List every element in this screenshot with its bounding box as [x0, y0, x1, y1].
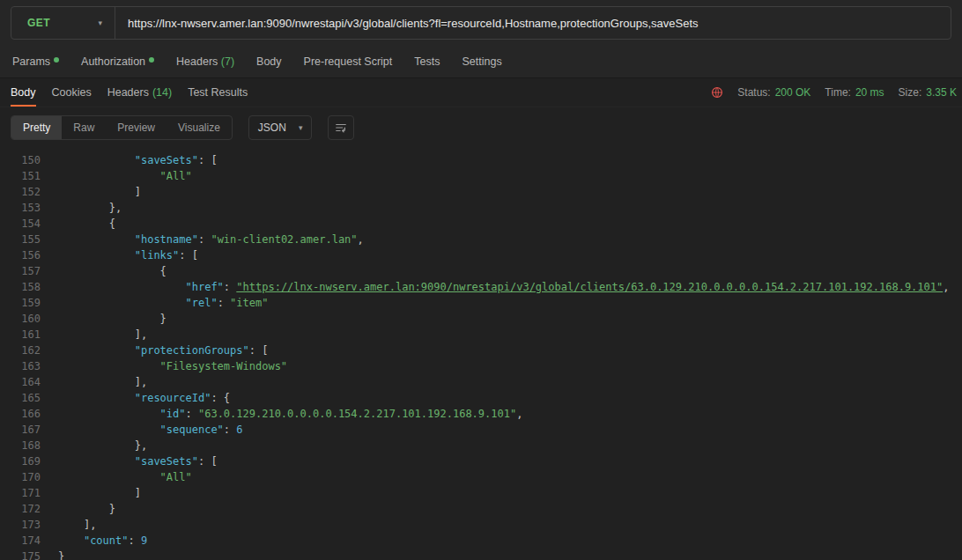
code-line: 169 "saveSets": [	[0, 453, 962, 469]
tab-label: Body	[11, 86, 36, 99]
line-text: "protectionGroups": [	[41, 343, 268, 358]
response-tab-headers[interactable]: Headers(14)	[107, 78, 172, 107]
response-tab-body[interactable]: Body	[11, 78, 36, 107]
json-token: 9	[141, 534, 147, 547]
line-number: 165	[0, 390, 41, 406]
line-text: ],	[41, 374, 147, 390]
line-number: 174	[0, 533, 41, 549]
line-number: 173	[0, 517, 41, 533]
response-size: Size:3.35 K	[899, 86, 957, 99]
code-line: 154 {	[0, 216, 962, 232]
json-token: 6	[236, 424, 242, 436]
tab-label: Body	[256, 55, 282, 68]
code-line: 151 "All"	[0, 168, 962, 184]
json-token: "hostname"	[135, 233, 198, 246]
code-line: 164 ],	[0, 374, 962, 390]
json-token: : {	[211, 392, 230, 404]
response-time: Time:20 ms	[825, 86, 884, 99]
line-number: 152	[0, 184, 41, 200]
request-tab-tests[interactable]: Tests	[414, 55, 440, 68]
json-token: "id"	[160, 408, 186, 420]
language-selector[interactable]: JSON ▾	[248, 115, 313, 140]
json-token: :	[186, 408, 198, 420]
view-mode-preview[interactable]: Preview	[106, 116, 166, 139]
json-token: "63.0.129.210.0.0.0.0.154.2.217.101.192.…	[198, 408, 516, 420]
code-line: 161 ],	[0, 327, 962, 343]
meta-label: Status:	[737, 86, 770, 99]
meta-value[interactable]: 20 ms	[855, 86, 884, 99]
json-token: ,	[943, 281, 949, 293]
response-meta: Status:200 OKTime:20 msSize:3.35 K	[711, 78, 957, 107]
tab-label: Settings	[462, 55, 501, 68]
json-token: "rel"	[186, 297, 218, 309]
json-token: "sequence"	[160, 424, 224, 436]
request-tab-settings[interactable]: Settings	[462, 55, 501, 68]
view-mode-visualize[interactable]: Visualize	[166, 116, 232, 139]
method-selector[interactable]: GET ▾	[11, 7, 115, 39]
json-link[interactable]: "https://lnx-nwserv.amer.lan:9090/nwrest…	[236, 281, 943, 293]
code-line: 155 "hostname": "win-client02.amer.lan",	[0, 232, 962, 247]
request-tab-params[interactable]: Params	[12, 55, 59, 68]
line-text: "links": [	[41, 247, 198, 263]
line-text: "All"	[41, 469, 192, 485]
unsaved-dot	[149, 57, 154, 63]
code-line: 171 ]	[0, 485, 962, 501]
json-token: {	[109, 217, 115, 230]
json-token: },	[109, 202, 122, 214]
response-toolbar: PrettyRawPreviewVisualize JSON ▾	[0, 107, 962, 147]
tab-label: Cookies	[52, 86, 92, 99]
response-tab-cookies[interactable]: Cookies	[52, 78, 92, 107]
json-token: ,	[358, 233, 364, 246]
line-text: ]	[41, 485, 141, 501]
json-token: "links"	[135, 249, 180, 262]
meta-label: Time:	[825, 86, 851, 99]
line-text: "rel": "item"	[41, 295, 268, 311]
json-token: ]	[135, 186, 141, 198]
url-input[interactable]: https://lnx-nwserv.amer.lan:9090/nwresta…	[115, 7, 711, 39]
meta-label: Size:	[899, 86, 922, 99]
json-token: : [	[249, 344, 269, 357]
line-text: }	[41, 501, 115, 517]
view-mode-pretty[interactable]: Pretty	[11, 116, 62, 139]
line-number: 151	[0, 168, 41, 184]
json-token: ,	[516, 408, 522, 420]
response-body-viewer[interactable]: 150 "saveSets": [151 "All"152 ]153 },154…	[0, 147, 962, 560]
tab-label: Tests	[414, 55, 440, 68]
code-line: 165 "resourceId": {	[0, 390, 962, 406]
tab-label: Pre-request Script	[304, 55, 393, 68]
line-text: ],	[41, 517, 96, 533]
json-token: ],	[135, 376, 147, 388]
tab-label: Authorization	[81, 55, 145, 68]
line-text: "saveSets": [	[41, 453, 218, 469]
wrap-lines-button[interactable]	[328, 115, 354, 140]
line-number: 157	[0, 263, 41, 279]
meta-value[interactable]: 3.35 K	[926, 86, 957, 99]
json-token: ],	[135, 328, 147, 341]
line-number: 156	[0, 247, 41, 263]
json-token: "item"	[230, 297, 268, 309]
json-token: : [	[198, 154, 218, 166]
request-tab-body[interactable]: Body	[256, 55, 282, 68]
meta-value[interactable]: 200 OK	[775, 86, 811, 99]
line-text: ]	[41, 184, 141, 200]
line-text: },	[41, 200, 122, 216]
chevron-down-icon: ▾	[98, 19, 102, 27]
request-tab-authorization[interactable]: Authorization	[81, 55, 154, 68]
json-token: }	[58, 550, 64, 560]
line-text: "hostname": "win-client02.amer.lan",	[41, 232, 364, 247]
view-mode-raw[interactable]: Raw	[62, 116, 106, 139]
code-line: 162 "protectionGroups": [	[0, 343, 962, 358]
code-line: 168 },	[0, 438, 962, 453]
request-tab-headers[interactable]: Headers (7)	[176, 55, 234, 68]
request-tab-pre-request-script[interactable]: Pre-request Script	[304, 55, 393, 68]
view-mode-switcher: PrettyRawPreviewVisualize	[11, 115, 233, 140]
line-number: 169	[0, 453, 41, 469]
code-line: 153 },	[0, 200, 962, 216]
json-token: "href"	[186, 281, 224, 293]
line-number: 153	[0, 200, 41, 216]
response-tab-test-results[interactable]: Test Results	[188, 78, 248, 107]
code-line: 173 ],	[0, 517, 962, 533]
network-warning-icon[interactable]	[711, 86, 723, 99]
json-token: "Filesystem-Windows"	[160, 360, 288, 372]
code-line: 163 "Filesystem-Windows"	[0, 358, 962, 374]
